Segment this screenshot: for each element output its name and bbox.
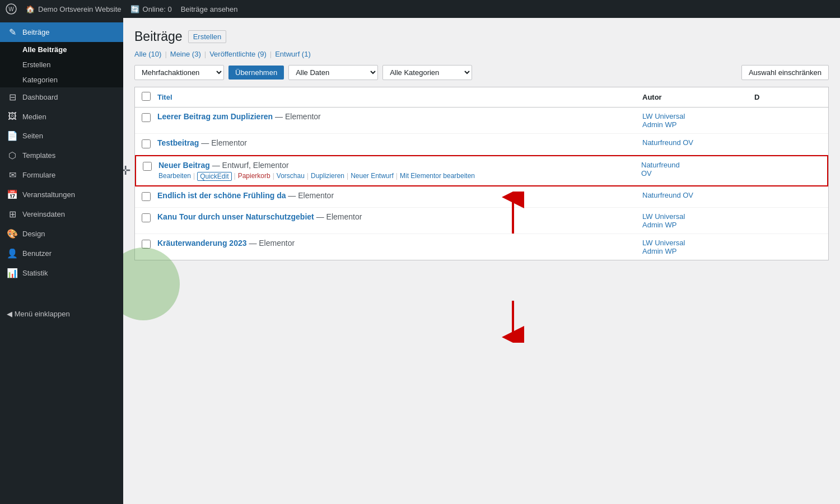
table-row: Endlich ist der schöne Frühling da — Ele… bbox=[135, 186, 828, 208]
sidebar-item-templates[interactable]: ⬡ Templates bbox=[0, 146, 123, 165]
sidebar-label-medien: Medien bbox=[22, 113, 46, 121]
post-title-suffix-3: — Entwurf, Elementor bbox=[212, 161, 289, 170]
select-all-checkbox[interactable] bbox=[142, 92, 151, 101]
sidebar-item-dashboard[interactable]: ⊟ Dashboard bbox=[0, 87, 123, 107]
sidebar-item-kategorien[interactable]: Kategorien bbox=[0, 72, 123, 87]
post-title-link-3[interactable]: Neuer Beitrag bbox=[158, 161, 210, 170]
bearbeiten-link-3[interactable]: Bearbeiten bbox=[158, 172, 191, 181]
sidebar: ✎ Beiträge Alle Beiträge Erstellen Kateg… bbox=[0, 18, 123, 504]
sidebar-label-dashboard: Dashboard bbox=[22, 93, 58, 101]
filter-entwurf[interactable]: Entwurf (1) bbox=[275, 50, 311, 58]
duplizieren-link-3[interactable]: Duplizieren bbox=[311, 172, 344, 181]
main-layout: ✎ Beiträge Alle Beiträge Erstellen Kateg… bbox=[0, 18, 840, 504]
elementor-link-3[interactable]: Mit Elementor bearbeiten bbox=[400, 172, 475, 181]
table-row: Testbeitrag — Elementor Naturfreund OV bbox=[135, 134, 828, 155]
beitraege-icon: ✎ bbox=[7, 27, 18, 38]
online-indicator[interactable]: 🔄 Online: 0 bbox=[130, 5, 172, 13]
row-checkbox-5[interactable] bbox=[142, 213, 151, 222]
post-title-suffix-5: — Elementor bbox=[316, 212, 362, 221]
filter-meine[interactable]: Meine (3) bbox=[170, 50, 201, 58]
collapse-menu-button[interactable]: ◀ Menü einklappen bbox=[0, 305, 123, 323]
papierkorb-link-3[interactable]: Papierkorb bbox=[238, 172, 270, 181]
sidebar-item-beitraege[interactable]: ✎ Beiträge bbox=[0, 22, 123, 42]
sidebar-item-erstellen[interactable]: Erstellen bbox=[0, 57, 123, 72]
post-author-3[interactable]: NaturfreundOV bbox=[641, 161, 753, 178]
filter-button[interactable]: Auswahl einschränken bbox=[741, 65, 829, 80]
svg-text:W: W bbox=[8, 6, 14, 12]
filter-veroeffentlichte[interactable]: Veröffentlichte (9) bbox=[209, 50, 267, 58]
post-author-4[interactable]: Naturfreund OV bbox=[642, 191, 754, 199]
collapse-icon: ◀ bbox=[7, 310, 12, 318]
design-icon: 🎨 bbox=[7, 228, 18, 239]
drag-handle-icon[interactable]: ✛ bbox=[123, 164, 130, 178]
wp-logo-button[interactable]: W bbox=[6, 3, 17, 15]
vorschau-link-3[interactable]: Vorschau bbox=[277, 172, 305, 181]
sidebar-submenu-beitraege: Alle Beiträge Erstellen Kategorien bbox=[0, 42, 123, 87]
sidebar-item-formulare[interactable]: ✉ Formulare bbox=[0, 165, 123, 185]
post-title-link-1[interactable]: Leerer Beitrag zum Duplizieren bbox=[157, 112, 273, 121]
site-home-link[interactable]: 🏠 Demo Ortsverein Website bbox=[26, 5, 122, 13]
online-icon: 🔄 bbox=[130, 5, 139, 13]
row-checkbox-4[interactable] bbox=[142, 192, 151, 201]
post-author-2[interactable]: Naturfreund OV bbox=[642, 138, 754, 147]
statistik-icon: 📊 bbox=[7, 268, 18, 278]
title-column-header[interactable]: Titel bbox=[157, 93, 172, 101]
sidebar-item-benutzer[interactable]: 👤 Benutzer bbox=[0, 244, 123, 263]
sidebar-label-templates: Templates bbox=[22, 151, 55, 160]
dates-select[interactable]: Alle Daten bbox=[288, 65, 378, 80]
post-title-suffix-1: — Elementor bbox=[275, 112, 321, 121]
row-checkbox-2[interactable] bbox=[142, 139, 151, 148]
neuer-entwurf-link-3[interactable]: Neuer Entwurf bbox=[351, 172, 394, 181]
sidebar-item-statistik[interactable]: 📊 Statistik bbox=[0, 263, 123, 283]
sidebar-item-seiten[interactable]: 📄 Seiten bbox=[0, 126, 123, 146]
veranstaltungen-icon: 📅 bbox=[7, 189, 18, 200]
sidebar-label-beitraege: Beiträge bbox=[22, 28, 49, 36]
post-author-5[interactable]: LW UniversalAdmin WP bbox=[642, 212, 754, 229]
online-count: Online: 0 bbox=[143, 5, 172, 13]
sidebar-item-veranstaltungen[interactable]: 📅 Veranstaltungen bbox=[0, 185, 123, 204]
arrow-down-indicator bbox=[499, 298, 527, 344]
post-title-suffix-4: — Elementor bbox=[288, 191, 334, 200]
templates-icon: ⬡ bbox=[7, 150, 18, 161]
apply-button[interactable]: Übernehmen bbox=[228, 66, 284, 80]
sidebar-item-medien[interactable]: 🖼 Medien bbox=[0, 107, 123, 126]
create-button[interactable]: Erstellen bbox=[188, 30, 227, 43]
sidebar-item-vereinsdaten[interactable]: ⊞ Vereinsdaten bbox=[0, 204, 123, 224]
benutzer-icon: 👤 bbox=[7, 248, 18, 259]
collapse-label: Menü einklappen bbox=[15, 310, 70, 318]
post-title-link-6[interactable]: Kräuterwanderung 2023 bbox=[157, 239, 247, 248]
dashboard-icon: ⊟ bbox=[7, 92, 18, 102]
author-column-header: Autor bbox=[642, 93, 754, 101]
post-title-link-2[interactable]: Testbeitrag bbox=[157, 138, 199, 147]
sidebar-label-vereinsdaten: Vereinsdaten bbox=[22, 210, 65, 218]
table-row: Kanu Tour durch unser Naturschutzgebiet … bbox=[135, 208, 828, 234]
post-author-1[interactable]: LW UniversalAdmin WP bbox=[642, 112, 754, 129]
formulare-icon: ✉ bbox=[7, 170, 18, 180]
seiten-icon: 📄 bbox=[7, 130, 18, 141]
sidebar-label-benutzer: Benutzer bbox=[22, 249, 52, 258]
row-checkbox-6[interactable] bbox=[142, 240, 151, 249]
post-title-link-5[interactable]: Kanu Tour durch unser Naturschutzgebiet bbox=[157, 212, 314, 221]
post-title-suffix-2: — Elementor bbox=[201, 138, 247, 147]
sidebar-item-alle-beitraege[interactable]: Alle Beiträge bbox=[0, 42, 123, 57]
sidebar-label-design: Design bbox=[22, 230, 45, 238]
post-title-link-4[interactable]: Endlich ist der schöne Frühling da bbox=[157, 191, 286, 200]
row-checkbox-3[interactable] bbox=[143, 162, 152, 171]
site-name: Demo Ortsverein Website bbox=[38, 5, 122, 13]
categories-select[interactable]: Alle Kategorien bbox=[382, 65, 472, 80]
post-author-6[interactable]: LW UniversalAdmin WP bbox=[642, 239, 754, 255]
sidebar-item-design[interactable]: 🎨 Design bbox=[0, 224, 123, 244]
table-row-highlighted: ✛ Neuer Beitrag — Entwurf, Elementor Bea… bbox=[135, 155, 828, 186]
alle-beitraege-label: Alle Beiträge bbox=[22, 45, 67, 54]
quickedit-link-3[interactable]: QuickEdit bbox=[197, 172, 231, 181]
filter-alle[interactable]: Alle (10) bbox=[134, 50, 161, 58]
row-checkbox-1[interactable] bbox=[142, 113, 151, 122]
bulk-actions-select[interactable]: Mehrfachaktionen Bearbeiten In den Papie… bbox=[134, 65, 224, 80]
date-column-header: D bbox=[754, 93, 822, 101]
toolbar-row: Mehrfachaktionen Bearbeiten In den Papie… bbox=[134, 65, 829, 80]
sidebar-label-veranstaltungen: Veranstaltungen bbox=[22, 190, 75, 199]
main-content: Beiträge Erstellen Alle (10) | Meine (3)… bbox=[123, 18, 840, 504]
home-icon: 🏠 bbox=[26, 5, 35, 13]
posts-table: Titel Autor D bbox=[134, 87, 829, 260]
view-posts-link[interactable]: Beiträge ansehen bbox=[181, 5, 238, 13]
